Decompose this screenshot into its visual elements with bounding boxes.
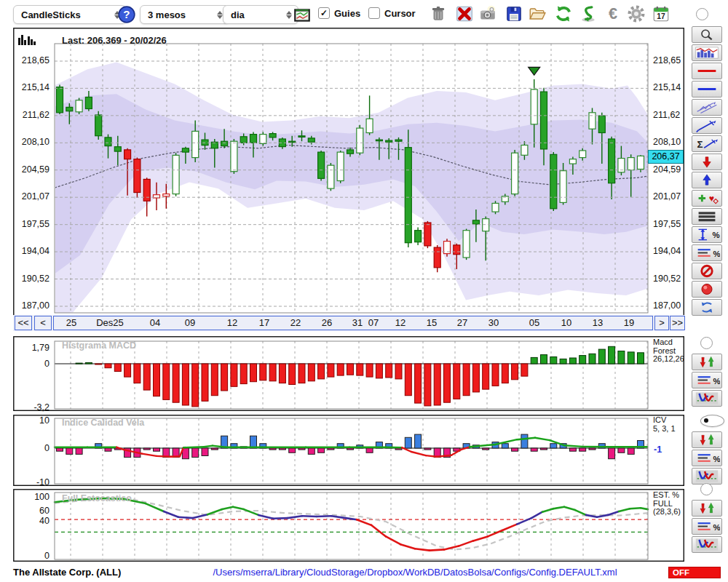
price-tick: 201,07	[653, 191, 681, 202]
panel-radio-macd[interactable]	[700, 337, 713, 349]
updown-icon	[694, 501, 720, 515]
trash-icon	[429, 4, 448, 23]
charting-app-window: CandleSticks ? 3 mesos dia ✓ Guies Curso…	[0, 0, 728, 582]
panel-macd-updown[interactable]	[692, 354, 722, 370]
date-label: 12	[395, 317, 405, 328]
chart-type-select[interactable]: CandleSticks	[13, 5, 127, 24]
macd-right-label: MacdForest26,12,26	[653, 338, 684, 364]
euro-button[interactable]: €	[603, 4, 623, 24]
price-tick: 208,10	[653, 137, 681, 147]
price-tick: 218,65	[653, 55, 681, 65]
date-label: 27	[457, 317, 467, 328]
stoch-tick: 100	[12, 492, 50, 502]
stoch-tick: 60	[12, 506, 50, 516]
svg-text:€: €	[609, 4, 617, 23]
panel-macd-lines-percent[interactable]: %	[692, 372, 722, 388]
date-label: 13	[593, 317, 603, 328]
checkbox-checked-icon: ✓	[318, 7, 330, 19]
date-label: 30	[488, 317, 499, 328]
nav-first-button[interactable]: <<	[15, 316, 32, 330]
sidebar-tool-forbidden[interactable]	[692, 263, 722, 279]
help-button[interactable]: ?	[116, 4, 137, 25]
svg-text:?: ?	[123, 8, 130, 20]
panel-stoch-lines-percent[interactable]: %	[692, 518, 722, 535]
price-tick: 197,55	[653, 219, 681, 229]
lines-percent-icon: %	[694, 451, 720, 465]
panel-stoch-updown[interactable]	[692, 500, 722, 517]
svg-text:%: %	[713, 377, 720, 386]
panel-macd-curves[interactable]	[692, 390, 722, 407]
period-select[interactable]: 3 mesos	[140, 5, 229, 24]
price-tick: 197,55	[12, 219, 50, 229]
sidebar-tool-red-line[interactable]	[692, 63, 722, 79]
sidebar-tool-arrow-up[interactable]	[692, 172, 722, 188]
trash-button[interactable]	[428, 4, 448, 24]
date-label: 09	[185, 317, 195, 328]
sync-button[interactable]	[578, 4, 598, 24]
panel-radio-stoch[interactable]	[700, 483, 713, 495]
sidebar-tool-lines-percent[interactable]: %	[692, 244, 722, 261]
svg-text:Σ: Σ	[697, 139, 703, 150]
macd-panel-title: Histgrama MACD	[62, 340, 136, 351]
sidebar-tool-vertical-percent[interactable]: %	[692, 226, 722, 243]
gear-button[interactable]	[626, 4, 646, 24]
mini-chart-button[interactable]	[292, 5, 312, 25]
svg-text:%: %	[713, 523, 720, 532]
guies-checkbox[interactable]: ✓ Guies	[318, 7, 360, 19]
open-icon	[528, 4, 547, 23]
camera-button[interactable]	[478, 4, 498, 24]
sidebar-tool-sum-trend[interactable]: Σ	[692, 135, 722, 152]
toolbar: CandleSticks ? 3 mesos dia ✓ Guies Curso…	[0, 0, 728, 28]
svg-text:17: 17	[657, 12, 665, 20]
cursor-label: Cursor	[384, 8, 416, 19]
calendar-button[interactable]: 17	[651, 4, 671, 24]
interval-select[interactable]: dia	[223, 5, 298, 24]
updown-icon	[694, 433, 720, 447]
sidebar-tool-refresh-small[interactable]	[692, 299, 722, 316]
sidebar-tool-arrow-down[interactable]	[692, 154, 722, 170]
sidebar-tool-trend-line[interactable]	[692, 117, 722, 134]
sidebar-tool-rows[interactable]	[692, 208, 722, 225]
current-price-tag: 206,37	[648, 150, 684, 164]
nav-last-button[interactable]: >>	[670, 316, 685, 330]
sidebar-tool-zoom[interactable]	[692, 26, 722, 43]
nav-prev-button[interactable]: <	[34, 316, 52, 330]
panel-icv-lines-percent[interactable]: %	[692, 450, 722, 466]
stoch-right-label: EST. %FULL(28,3,6)	[653, 491, 681, 517]
cursor-checkbox[interactable]: Cursor	[368, 7, 416, 19]
save-button[interactable]	[504, 4, 524, 24]
price-tick: 190,52	[12, 274, 50, 284]
sidebar-tool-add-marker[interactable]: ♥	[692, 190, 722, 207]
curves-icon	[694, 391, 720, 405]
euro-icon: €	[604, 4, 622, 23]
last-price-label: Last: 206.369 - 20/02/26	[62, 35, 167, 46]
price-tick: 194,04	[653, 246, 681, 256]
mini-chart-icon	[293, 6, 312, 25]
sidebar-tool-channel[interactable]	[692, 99, 722, 116]
date-label: 12	[227, 317, 237, 328]
delete-button[interactable]	[454, 4, 475, 24]
period-value: 3 mesos	[148, 9, 186, 20]
nav-next-button[interactable]: >	[654, 316, 669, 330]
panel-icv-updown[interactable]	[692, 431, 722, 448]
svg-text:%: %	[713, 455, 720, 463]
panel-radio-icv[interactable]	[700, 415, 724, 427]
off-toggle-button[interactable]: OFF	[668, 567, 721, 578]
gear-icon	[627, 4, 646, 23]
price-tick: 211,62	[12, 110, 50, 120]
sidebar-tool-blue-line[interactable]	[692, 81, 722, 97]
open-button[interactable]	[527, 4, 547, 24]
date-label: 25	[66, 317, 76, 328]
sidebar-tool-record[interactable]	[692, 281, 722, 298]
icv-tick-zero: 0	[12, 443, 50, 453]
panel-icv-curves[interactable]	[692, 468, 722, 485]
price-tick: 190,52	[653, 274, 681, 284]
top-right-radio[interactable]	[696, 8, 708, 20]
refresh-button[interactable]	[553, 4, 574, 24]
lines-percent-icon: %	[694, 246, 720, 260]
price-tick: 204,59	[653, 164, 681, 175]
sidebar-tool-volume-profile[interactable]	[692, 44, 722, 61]
symbol-name: The Allstate Corp. (ALL)	[13, 567, 121, 578]
panel-stoch-curves[interactable]	[692, 536, 722, 553]
price-tick: 201,07	[12, 191, 50, 202]
